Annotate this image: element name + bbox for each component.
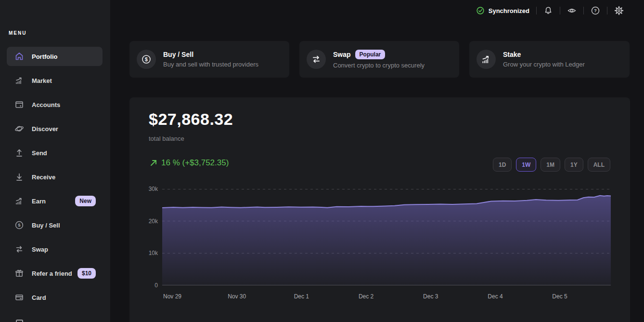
new-badge: New: [75, 196, 96, 206]
planet-icon: [14, 124, 24, 134]
x-tick-label: Dec 1: [286, 293, 317, 300]
total-balance: $27,868.32: [149, 110, 233, 129]
range-selector: 1D 1W 1M 1Y ALL: [493, 158, 610, 172]
svg-text:$: $: [145, 57, 148, 62]
sidebar-item-label: Buy / Sell: [32, 222, 60, 229]
y-tick-label: 0: [133, 282, 158, 289]
settings-icon[interactable]: [614, 6, 624, 15]
popular-badge: Popular: [355, 50, 386, 59]
up-right-arrow-icon: [149, 159, 158, 167]
range-1d-button[interactable]: 1D: [493, 158, 512, 172]
sync-label: Synchronized: [489, 7, 529, 14]
sidebar-item-card[interactable]: Card: [7, 288, 103, 307]
sidebar-item-send[interactable]: Send: [7, 143, 103, 162]
sidebar-item-earn[interactable]: Earn New: [7, 191, 103, 211]
sidebar-item-label: Swap: [32, 246, 48, 253]
x-tick-label: Nov 30: [221, 293, 252, 300]
swap-icon: [14, 244, 24, 254]
topbar: Synchronized ?: [110, 0, 644, 21]
swap-card[interactable]: Swap Popular Convert crypto to crypto se…: [299, 41, 459, 78]
x-tick-label: Nov 29: [157, 293, 188, 300]
y-tick-label: 30k: [133, 186, 158, 192]
sidebar-item-buy-sell[interactable]: $ Buy / Sell: [7, 215, 103, 235]
balance-delta: 16 % (+$3,752.35): [149, 158, 229, 168]
range-1m-button[interactable]: 1M: [541, 158, 560, 172]
range-1y-button[interactable]: 1Y: [565, 158, 583, 172]
x-tick-label: Dec 4: [480, 293, 511, 300]
sidebar-item-label: Portfolio: [32, 53, 57, 60]
sidebar: MENU Portfolio Market Accounts Discover: [0, 0, 110, 322]
card-subtitle: Grow your crypto with Ledger: [503, 61, 585, 68]
range-1w-button[interactable]: 1W: [516, 158, 536, 172]
sidebar-item-swap[interactable]: Swap: [7, 240, 103, 259]
sidebar-item-label: Market: [32, 77, 52, 84]
chart-area: [162, 196, 611, 285]
card-subtitle: Buy and sell with trusted providers: [163, 61, 258, 68]
y-tick-label: 10k: [133, 250, 158, 256]
menu-label: MENU: [9, 30, 26, 36]
quick-actions: $ Buy / Sell Buy and sell with trusted p…: [129, 41, 630, 78]
x-tick-label: Dec 5: [544, 293, 575, 300]
divider: [607, 7, 607, 14]
balance-label: total balance: [149, 135, 184, 142]
sidebar-item-label: Receive: [32, 174, 55, 181]
sidebar-item-partial-icon: [16, 320, 23, 322]
sidebar-item-label: Card: [32, 294, 46, 301]
sync-status[interactable]: Synchronized: [476, 6, 529, 15]
wallet-icon: [14, 100, 24, 109]
range-all-button[interactable]: ALL: [588, 158, 610, 172]
sidebar-item-portfolio[interactable]: Portfolio: [7, 47, 103, 66]
sidebar-item-label: Accounts: [32, 101, 60, 108]
y-tick-label: 20k: [133, 218, 158, 225]
send-arrow-icon: [14, 148, 24, 158]
sidebar-item-refer[interactable]: Refer a friend $10: [7, 264, 103, 283]
sidebar-nav: Portfolio Market Accounts Discover Send: [7, 47, 103, 312]
stake-card[interactable]: Stake Grow your crypto with Ledger: [469, 41, 630, 78]
sidebar-item-label: Earn: [32, 198, 46, 205]
card-title: Swap: [333, 51, 351, 58]
home-icon: [14, 52, 24, 61]
divider: [583, 7, 584, 14]
referral-badge: $10: [77, 268, 96, 279]
growth-chart-icon: [477, 50, 496, 69]
check-circle-icon: [476, 6, 485, 15]
dollar-circle-icon: $: [14, 220, 24, 230]
growth-chart-icon: [14, 196, 24, 206]
divider: [560, 7, 560, 14]
chart-y-axis: 30k20k10k0: [133, 189, 158, 285]
card-subtitle: Convert crypto to crypto securely: [333, 62, 425, 69]
sidebar-item-market[interactable]: Market: [7, 71, 103, 90]
help-icon[interactable]: ?: [591, 6, 600, 15]
card-title: Buy / Sell: [163, 51, 193, 58]
gift-icon: [14, 268, 24, 278]
svg-text:$: $: [18, 222, 21, 228]
sidebar-item-receive[interactable]: Receive: [7, 167, 103, 187]
receive-arrow-icon: [14, 172, 24, 182]
credit-card-icon: [14, 293, 24, 302]
x-tick-label: Dec 2: [351, 293, 382, 300]
sidebar-item-accounts[interactable]: Accounts: [7, 95, 103, 114]
sidebar-item-label: Send: [32, 149, 47, 157]
bell-icon[interactable]: [543, 6, 553, 15]
swap-icon: [307, 50, 326, 69]
divider: [536, 7, 537, 14]
dollar-circle-icon: $: [137, 50, 156, 69]
sidebar-item-label: Discover: [32, 125, 58, 133]
balance-chart[interactable]: [162, 189, 611, 285]
buy-sell-card[interactable]: $ Buy / Sell Buy and sell with trusted p…: [129, 41, 289, 78]
chart-x-axis: Nov 29Nov 30Dec 1Dec 2Dec 3Dec 4Dec 5: [162, 293, 611, 301]
market-chart-icon: [14, 76, 24, 85]
x-tick-label: Dec 3: [415, 293, 446, 300]
eye-icon[interactable]: [567, 6, 577, 15]
portfolio-panel: $27,868.32 total balance 16 % (+$3,752.3…: [129, 97, 630, 322]
sidebar-item-discover[interactable]: Discover: [7, 119, 103, 138]
card-title: Stake: [503, 51, 521, 58]
svg-text:?: ?: [594, 8, 597, 13]
delta-text: 16 % (+$3,752.35): [161, 158, 229, 168]
sidebar-item-label: Refer a friend: [32, 270, 72, 277]
